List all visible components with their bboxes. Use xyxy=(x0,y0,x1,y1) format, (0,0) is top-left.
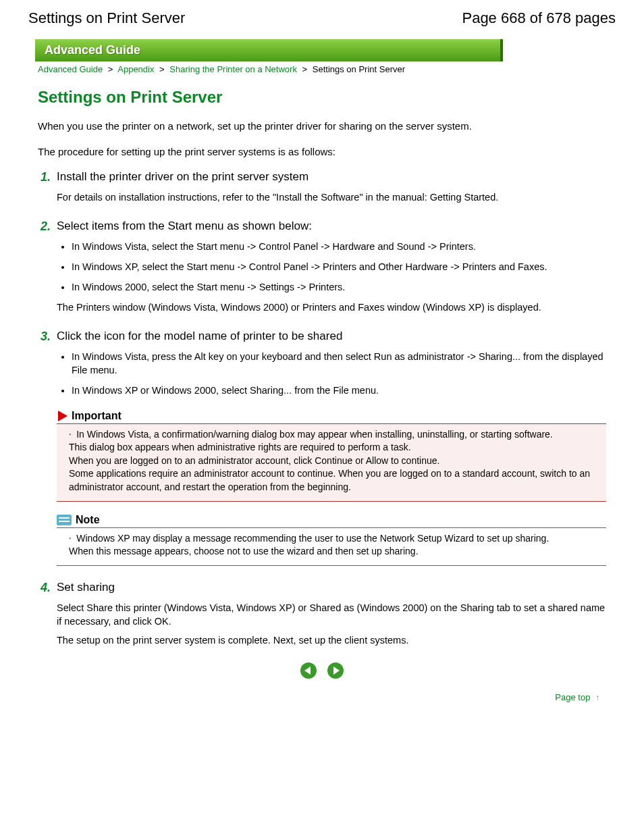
page-top-link-container: Page top xyxy=(38,692,606,702)
intro-paragraph-1: The procedure for setting up the print s… xyxy=(38,145,606,159)
page-top-link[interactable]: Page top xyxy=(555,692,599,702)
breadcrumb: Advanced Guide > Appendix > Sharing the … xyxy=(28,61,616,84)
breadcrumb-link-1[interactable]: Appendix xyxy=(117,64,154,74)
page-top-label: Page top xyxy=(555,692,590,702)
breadcrumb-sep: > xyxy=(157,64,167,74)
important-flag-icon xyxy=(58,411,68,421)
step-after: The Printers window (Windows Vista, Wind… xyxy=(57,301,606,314)
breadcrumb-link-0[interactable]: Advanced Guide xyxy=(38,64,103,74)
important-label: Important xyxy=(72,410,122,422)
page-title: Settings on Print Server xyxy=(38,88,606,107)
doc-title: Settings on Print Server xyxy=(28,9,185,27)
step-number: 2. xyxy=(41,219,51,234)
note-callout: Note Windows XP may display a message re… xyxy=(57,514,606,566)
page-indicator: Page 668 of 678 pages xyxy=(462,9,616,27)
step-title: Install the printer driver on the print … xyxy=(57,170,606,184)
bullet-item: In Windows XP, select the Start menu -> … xyxy=(72,260,606,273)
note-book-icon xyxy=(57,515,72,525)
step-number: 4. xyxy=(41,581,51,595)
next-page-button[interactable] xyxy=(327,662,344,679)
bullet-item: In Windows Vista, select the Start menu … xyxy=(72,240,606,253)
step-body: Select Share this printer (Windows Vista… xyxy=(57,601,606,629)
step-number: 3. xyxy=(41,330,51,344)
step-4: 4. Set sharing Select Share this printer… xyxy=(38,581,606,648)
step-2: 2. Select items from the Start menu as s… xyxy=(38,219,606,315)
note-label: Note xyxy=(76,514,100,526)
breadcrumb-sep: > xyxy=(300,64,311,74)
step-1: 1. Install the printer driver on the pri… xyxy=(38,170,606,205)
step-after: The setup on the print server system is … xyxy=(57,633,606,647)
bullet-item: In Windows XP or Windows 2000, select Sh… xyxy=(72,384,606,397)
bullet-item: In Windows 2000, select the Start menu -… xyxy=(72,280,606,294)
bullet-item: In Windows Vista, press the Alt key on y… xyxy=(72,350,606,377)
step-number: 1. xyxy=(41,170,51,184)
important-callout: Important In Windows Vista, a confirmati… xyxy=(57,410,606,502)
step-3: 3. Click the icon for the model name of … xyxy=(38,330,606,566)
prev-page-button[interactable] xyxy=(300,662,317,679)
step-title: Click the icon for the model name of pri… xyxy=(57,330,606,343)
step-title: Set sharing xyxy=(57,581,606,594)
breadcrumb-current: Settings on Print Server xyxy=(313,64,405,74)
guide-banner: Advanced Guide xyxy=(35,39,503,61)
nav-arrows xyxy=(38,662,606,679)
step-body: For details on installation instructions… xyxy=(57,190,606,205)
breadcrumb-link-2[interactable]: Sharing the Printer on a Network xyxy=(169,64,297,74)
important-text: In Windows Vista, a confirmation/warning… xyxy=(69,428,599,494)
intro-paragraph-0: When you use the printer on a network, s… xyxy=(38,119,606,134)
guide-banner-text: Advanced Guide xyxy=(45,43,140,57)
note-text: Windows XP may display a message recomme… xyxy=(69,532,599,558)
up-arrow-icon xyxy=(595,692,599,702)
document-header: Settings on Print Server Page 668 of 678… xyxy=(28,7,616,27)
breadcrumb-sep: > xyxy=(105,64,116,74)
step-title: Select items from the Start menu as show… xyxy=(57,219,606,233)
